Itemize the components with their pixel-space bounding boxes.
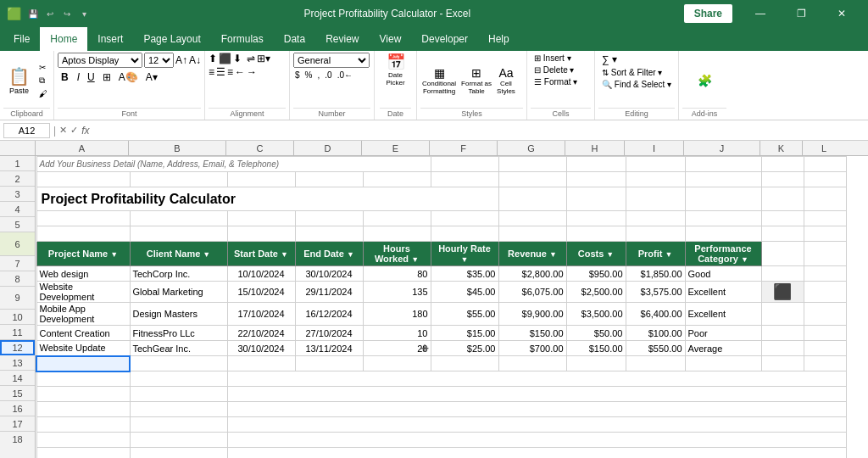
save-icon[interactable]: 💾 — [26, 7, 40, 20]
font-name-select[interactable]: Aptos Display — [58, 53, 142, 68]
col-header-i[interactable]: I — [625, 141, 684, 155]
close-button[interactable]: ✕ — [822, 0, 861, 27]
italic-button[interactable]: I — [75, 70, 82, 84]
cell-r9c11[interactable] — [761, 303, 804, 326]
cell-r7-profit[interactable]: $1,850.00 — [626, 266, 685, 282]
tab-view[interactable]: View — [370, 27, 412, 51]
cell-r18-rest[interactable] — [227, 448, 846, 459]
align-center-button[interactable]: ☰ — [216, 66, 225, 78]
cell-r4c2[interactable] — [130, 211, 227, 226]
font-size-select[interactable]: 12 — [144, 53, 174, 68]
cell-r17-rest[interactable] — [227, 433, 846, 448]
cell-r1c7[interactable] — [498, 157, 566, 172]
cell-r15c1[interactable] — [36, 402, 130, 417]
col-header-c[interactable]: C — [226, 141, 294, 155]
header-end-date[interactable]: End Date ▼ — [295, 242, 363, 266]
cell-r10-profit[interactable]: $100.00 — [626, 326, 685, 341]
sort-filter-button[interactable]: ⇅ Sort & Filter ▾ — [598, 67, 675, 78]
cell-r5c10[interactable] — [685, 226, 761, 242]
cell-r9-profit[interactable]: $6,400.00 — [626, 303, 685, 326]
row-header-17[interactable]: 17 — [0, 416, 35, 432]
wrap-text-button[interactable]: ⇌ — [247, 53, 255, 64]
increase-indent-button[interactable]: → — [247, 66, 257, 78]
tab-data[interactable]: Data — [274, 27, 315, 51]
cell-r4c8[interactable] — [566, 211, 626, 226]
format-cells-button[interactable]: ☰ Format ▾ — [531, 76, 591, 87]
align-right-button[interactable]: ≡ — [227, 66, 233, 78]
cell-r9-revenue[interactable]: $9,900.00 — [498, 303, 566, 326]
tab-formulas[interactable]: Formulas — [211, 27, 274, 51]
decrease-indent-button[interactable]: ← — [235, 66, 245, 78]
cell-r5c4[interactable] — [295, 226, 363, 242]
sum-button[interactable]: ∑ ▾ — [598, 53, 675, 66]
cell-r1c10[interactable] — [685, 157, 761, 172]
cell-r6c11[interactable] — [761, 242, 804, 266]
cell-r5c7[interactable] — [498, 226, 566, 242]
cell-r10-hours[interactable]: 10 — [363, 326, 431, 341]
cell-r18c1[interactable] — [36, 448, 130, 459]
col-header-a[interactable]: A — [36, 141, 129, 155]
merge-button[interactable]: ⊞▾ — [257, 53, 270, 64]
cell-r3c12[interactable] — [804, 187, 846, 211]
cell-r9-costs[interactable]: $3,500.00 — [566, 303, 626, 326]
cell-r16c1[interactable] — [36, 417, 130, 433]
cell-r12c12[interactable] — [804, 356, 846, 371]
cell-r15c2[interactable] — [130, 402, 227, 417]
cell-r3c7[interactable] — [498, 187, 566, 211]
number-format-select[interactable]: General — [293, 53, 370, 68]
cell-r4c11[interactable] — [761, 211, 804, 226]
cell-r3c11[interactable] — [761, 187, 804, 211]
cell-r8-performance[interactable]: Excellent — [685, 282, 761, 303]
cell-r7c12[interactable] — [804, 266, 846, 282]
cell-r5c12[interactable] — [804, 226, 846, 242]
cell-r1c9[interactable] — [626, 157, 685, 172]
add-ins-button[interactable]: 🧩 — [682, 53, 726, 108]
cell-r11-performance[interactable]: Average — [685, 341, 761, 356]
cell-r4c9[interactable] — [626, 211, 685, 226]
find-select-button[interactable]: 🔍 Find & Select ▾ — [598, 79, 675, 90]
cell-r2c6[interactable] — [431, 172, 498, 187]
header-performance[interactable]: Performance Category ▼ — [685, 242, 761, 266]
tab-insert[interactable]: Insert — [87, 27, 133, 51]
col-header-l[interactable]: L — [803, 141, 845, 155]
cell-styles-button[interactable]: Aa CellStyles — [495, 64, 517, 97]
col-header-g[interactable]: G — [498, 141, 565, 155]
cell-r11-hours[interactable]: 28 ✛ — [363, 341, 431, 356]
cell-r9-client[interactable]: Design Masters — [130, 303, 227, 326]
cell-r11-start[interactable]: 30/10/2024 — [227, 341, 295, 356]
cell-r2c9[interactable] — [626, 172, 685, 187]
cell-r10-revenue[interactable]: $150.00 — [498, 326, 566, 341]
cell-r13c1[interactable] — [36, 371, 130, 387]
cell-r3c10[interactable] — [685, 187, 761, 211]
cell-r16-rest[interactable] — [227, 417, 846, 433]
delete-cells-button[interactable]: ⊟ Delete ▾ — [531, 64, 591, 75]
cell-r1c8[interactable] — [566, 157, 626, 172]
header-project-name[interactable]: Project Name ▼ — [36, 242, 130, 266]
cell-r10-end[interactable]: 27/10/2024 — [295, 326, 363, 341]
cell-r13-rest[interactable] — [227, 371, 846, 387]
cell-r16c2[interactable] — [130, 417, 227, 433]
cell-r12c9[interactable] — [626, 356, 685, 371]
cell-r4c6[interactable] — [431, 211, 498, 226]
cell-r2c11[interactable] — [761, 172, 804, 187]
row-header-5[interactable]: 5 — [0, 217, 35, 232]
row-header-15[interactable]: 15 — [0, 386, 35, 401]
format-as-table-button[interactable]: ⊞ Format asTable — [459, 64, 493, 97]
header-hours-worked[interactable]: Hours Worked ▼ — [363, 242, 431, 266]
cell-r12c4[interactable] — [295, 356, 363, 371]
cell-r9c12[interactable] — [804, 303, 846, 326]
row-header-10[interactable]: 10 — [0, 310, 35, 325]
cell-r5c1[interactable] — [36, 226, 130, 242]
cell-r3c9[interactable] — [626, 187, 685, 211]
date-picker-button[interactable]: 📅 DatePicker Date — [375, 51, 417, 120]
cell-r9-rate[interactable]: $55.00 — [431, 303, 498, 326]
col-header-d[interactable]: D — [294, 141, 362, 155]
decrease-decimal-button[interactable]: .0← — [336, 70, 354, 81]
cell-r2c10[interactable] — [685, 172, 761, 187]
cell-r7c11[interactable] — [761, 266, 804, 282]
cell-r7-project[interactable]: Web design — [36, 266, 130, 282]
col-header-j[interactable]: J — [684, 141, 760, 155]
row-header-1[interactable]: 1 — [0, 156, 35, 171]
cancel-input-button[interactable]: ✕ — [59, 125, 67, 136]
cell-r4c4[interactable] — [295, 211, 363, 226]
